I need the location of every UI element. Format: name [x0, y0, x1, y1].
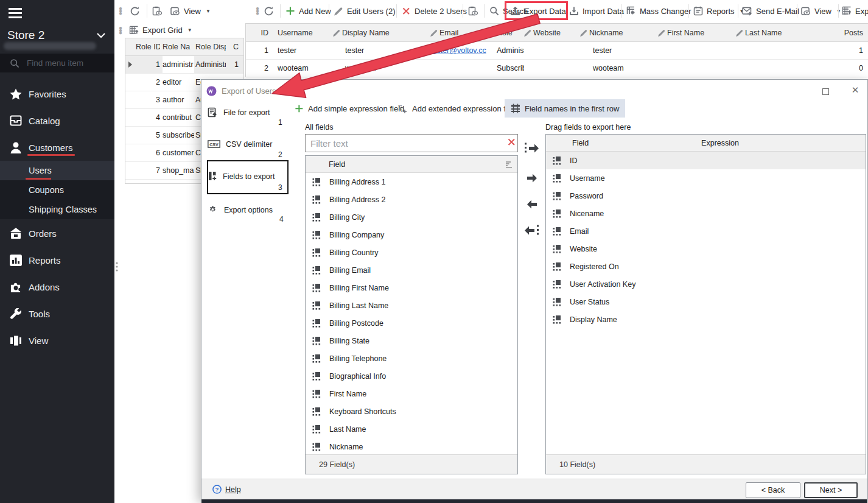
list-item[interactable]: Billing Postcode [306, 314, 517, 332]
view-menu-button-2[interactable]: View▼ [801, 0, 841, 22]
step-export-options[interactable]: Export options [208, 204, 288, 216]
list-item[interactable]: Nickname [306, 438, 517, 456]
edit-users-button[interactable]: Edit Users (2) [334, 0, 395, 22]
col-header-role-id[interactable]: Role ID [136, 43, 160, 51]
step-csv-delimiter[interactable]: CSV CSV delimiter [208, 139, 288, 149]
col-header-count[interactable]: C [226, 43, 243, 51]
table-row[interactable]: 1 tester tester tester@voltov.cc Adminis… [246, 42, 868, 60]
sidebar-item-view[interactable]: View [0, 327, 114, 354]
sidebar-search[interactable]: Find menu item [0, 54, 114, 72]
col-header-role-display[interactable]: Role Disp [195, 43, 226, 51]
sidebar-item-tools[interactable]: Tools [0, 300, 114, 327]
export-grid-button-right[interactable]: Exp [842, 0, 868, 22]
list-item[interactable]: Keyboard Shortcuts [306, 403, 517, 420]
all-fields-list-header[interactable]: Field [306, 156, 517, 173]
col-header-website[interactable]: Website [524, 29, 580, 37]
maximize-button[interactable] [819, 85, 831, 97]
list-item[interactable]: Billing First Name [306, 279, 517, 297]
grid-settings-button-2[interactable] [468, 0, 478, 22]
sidebar-item-customers[interactable]: Customers [0, 134, 114, 161]
col-header-email[interactable]: Email [430, 29, 488, 37]
col-header-last-name[interactable]: Last Name [736, 29, 816, 37]
grid-settings-button[interactable] [152, 0, 162, 22]
list-item[interactable]: Billing Address 1 [306, 173, 517, 191]
list-item[interactable]: Biographical Info [306, 367, 517, 385]
sidebar-item-reports[interactable]: Reports [0, 247, 114, 273]
list-item[interactable]: Display Name [546, 311, 866, 328]
refresh-button[interactable] [130, 0, 140, 22]
list-item[interactable]: User Activation Key [546, 275, 866, 293]
add-extended-expression-button[interactable]: Σ Add extended expression field [397, 99, 518, 118]
list-item[interactable]: Billing State [306, 332, 517, 350]
move-left-button[interactable] [523, 195, 541, 211]
close-button[interactable]: ✕ [849, 84, 861, 96]
list-item[interactable]: Password [546, 187, 866, 205]
email-link[interactable]: tester@voltov.cc [430, 46, 486, 55]
filter-input[interactable] [305, 134, 518, 152]
import-data-button[interactable]: Import Data [569, 0, 624, 22]
table-row[interactable]: 1 administr Administra 1 [125, 56, 243, 74]
list-item[interactable]: Billing City [306, 208, 517, 226]
list-item[interactable]: Email [546, 222, 866, 240]
field-names-first-row-toggle[interactable]: Field names in the first row [505, 99, 625, 118]
col-header-first-name[interactable]: First Name [658, 29, 736, 37]
reports-menu-button[interactable]: Reports▼ [693, 0, 744, 22]
col-header-role-name[interactable]: Role Na [163, 43, 194, 51]
list-item[interactable]: ID [546, 152, 866, 169]
view-menu-button[interactable]: View▼ [170, 0, 211, 22]
toolbar-drag-handle[interactable]: ●●● [119, 0, 122, 22]
export-grid-button[interactable]: Export Grid▼ [129, 22, 192, 38]
help-link[interactable]: Help [212, 485, 241, 494]
col-header-posts[interactable]: Posts [816, 29, 868, 37]
list-item[interactable]: Billing Email [306, 261, 517, 279]
sidebar-item-shipping-classes[interactable]: Shipping Classes [0, 200, 114, 219]
list-item[interactable]: Registered On [546, 258, 866, 275]
hamburger-icon[interactable] [9, 8, 22, 18]
file-export-icon [208, 107, 218, 118]
sidebar-item-catalog[interactable]: Catalog [0, 107, 114, 134]
list-item[interactable]: Billing Telephone [306, 350, 517, 367]
list-item[interactable]: Billing Last Name [306, 297, 517, 314]
send-email-button[interactable]: Send E-Mail [742, 0, 799, 22]
list-item[interactable]: Last Name [306, 420, 517, 438]
col-header-display-name[interactable]: Display Name [333, 29, 430, 37]
list-item[interactable]: Username [546, 169, 866, 187]
list-item[interactable]: Billing Address 2 [306, 191, 517, 208]
delete-users-button[interactable]: Delete 2 Users [402, 0, 467, 22]
col-header-role[interactable]: Role [488, 29, 524, 37]
sidebar-item-users[interactable]: Users [0, 161, 114, 180]
step-file-for-export[interactable]: File for export [208, 107, 288, 118]
add-simple-expression-button[interactable]: Add simple expression field [295, 99, 404, 118]
sidebar-item-coupons[interactable]: Coupons [0, 180, 114, 200]
export-fields-header[interactable]: Field Expression [546, 135, 866, 152]
col-header-id[interactable]: ID [246, 29, 272, 37]
chevron-down-icon[interactable] [96, 32, 106, 38]
back-button[interactable]: < Back [746, 482, 800, 498]
col-header-username[interactable]: Username [272, 29, 333, 37]
panel-splitter[interactable] [116, 262, 118, 272]
step-fields-to-export[interactable]: Fields to export [208, 171, 288, 181]
list-item[interactable]: Billing Country [306, 244, 517, 261]
drag-handle-icon [312, 337, 321, 345]
refresh-users-button[interactable] [264, 0, 274, 22]
sidebar-item-favorites[interactable]: Favorites [0, 80, 114, 107]
move-all-left-button[interactable] [523, 222, 541, 237]
sidebar-item-addons[interactable]: Addons [0, 273, 114, 300]
list-item[interactable]: User Status [546, 293, 866, 311]
list-item[interactable]: Nicename [546, 205, 866, 222]
move-right-button[interactable] [523, 169, 541, 185]
next-button[interactable]: Next > [804, 482, 858, 498]
toolbar-separator-handle[interactable]: ●●● [256, 0, 259, 22]
list-item[interactable]: First Name [306, 385, 517, 403]
list-item[interactable]: Website [546, 240, 866, 258]
move-all-right-button[interactable] [523, 139, 541, 155]
sidebar-item-orders[interactable]: Orders [0, 220, 114, 247]
clear-filter-icon[interactable] [507, 138, 516, 147]
list-item[interactable]: Billing Company [306, 226, 517, 244]
table-row[interactable]: 2 wooteam wooteam Subscribe wooteam 0 [246, 60, 868, 77]
add-new-button[interactable]: Add New [285, 0, 331, 22]
col-header-nickname[interactable]: Nickname [580, 29, 658, 37]
export-data[interactable]: Export Data [511, 0, 566, 22]
mass-changer-button[interactable]: Mass Changer [626, 0, 691, 22]
toolbar-drag-handle[interactable]: ●●● [119, 22, 122, 38]
